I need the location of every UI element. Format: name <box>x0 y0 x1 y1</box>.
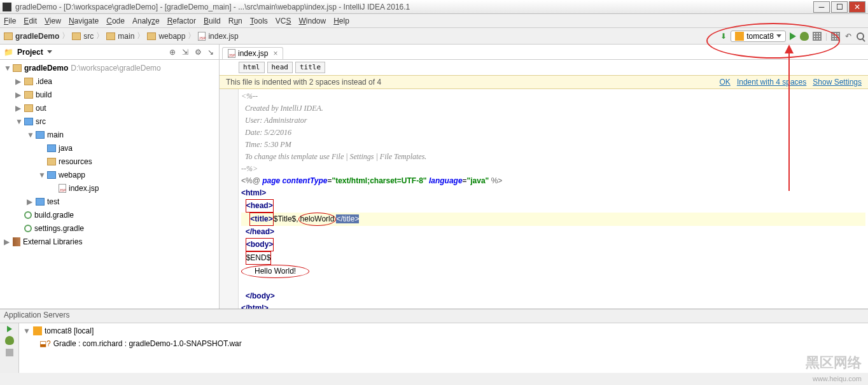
tree-label: gradleDemo <box>24 64 68 73</box>
library-icon <box>13 237 20 246</box>
hide-icon[interactable]: ↘ <box>206 48 215 57</box>
tree-label: src <box>36 117 46 126</box>
gradle-icon <box>24 225 32 232</box>
menu-run[interactable]: Run <box>228 17 242 25</box>
chevron-down-icon[interactable] <box>47 50 52 53</box>
project-header: 📁 Project ⊕ ⇲ ⚙ ↘ <box>0 45 219 60</box>
tree-item[interactable]: ▼main <box>0 128 219 141</box>
gear-icon[interactable]: ⚙ <box>193 48 202 57</box>
indent-warning: This file is indented with 2 spaces inst… <box>220 75 868 89</box>
menu-build[interactable]: Build <box>204 17 221 25</box>
structure-icon[interactable] <box>831 32 840 41</box>
artifact-node[interactable]: ⬓? Gradle : com.richard : gradleDemo-1.0… <box>20 337 867 350</box>
menu-bar: File Edit View Navigate Code Analyze Ref… <box>0 14 868 28</box>
tree-label: build.gradle <box>34 211 74 220</box>
tab-index-jsp[interactable]: index.jsp × <box>222 47 283 59</box>
menu-code[interactable]: Code <box>106 17 125 25</box>
breadcrumb-file[interactable]: index.jsp <box>198 32 238 41</box>
tree-item[interactable]: ▶test <box>0 195 219 208</box>
tree-item[interactable]: ▶External Libraries <box>0 235 219 248</box>
menu-refactor[interactable]: Refactor <box>167 17 196 25</box>
tree-item[interactable]: java <box>0 141 219 155</box>
folder-icon <box>72 32 81 40</box>
run-config-selector[interactable]: tomcat8 <box>731 31 786 42</box>
menu-vcs[interactable]: VCS <box>276 17 291 25</box>
menu-navigate[interactable]: Navigate <box>69 17 99 25</box>
project-tree[interactable]: ▼gradleDemo D:\workspace\gradleDemo▶.ide… <box>0 60 219 309</box>
menu-view[interactable]: View <box>45 17 61 25</box>
tree-item[interactable]: ▼src <box>0 115 219 128</box>
app-servers-tree[interactable]: ▼ tomcat8 [local] ⬓? Gradle : com.richar… <box>19 323 868 373</box>
project-panel: 📁 Project ⊕ ⇲ ⚙ ↘ ▼gradleDemo D:\workspa… <box>0 45 220 309</box>
nav-bar: gradleDemo 〉 src 〉 main 〉 webapp 〉 index… <box>0 28 868 45</box>
tree-label: main <box>47 130 64 139</box>
folder-icon <box>24 104 33 112</box>
run-server-icon[interactable] <box>7 326 12 332</box>
breadcrumb-webapp[interactable]: webapp <box>147 32 185 41</box>
tomcat-icon <box>735 32 744 41</box>
menu-window[interactable]: Window <box>298 17 326 25</box>
folder-icon <box>47 158 56 165</box>
tree-item[interactable]: index.jsp <box>0 181 219 195</box>
indent-show-settings[interactable]: Show Settings <box>813 78 862 87</box>
close-icon[interactable]: × <box>273 49 277 58</box>
app-servers-title[interactable]: Application Servers <box>0 309 868 323</box>
code-editor[interactable]: <%-- Created by IntelliJ IDEA. User: Adm… <box>220 89 868 309</box>
watermark-url: www.heiqu.com <box>813 375 862 382</box>
debug-server-icon[interactable] <box>5 336 14 345</box>
jsp-icon <box>59 184 66 193</box>
menu-tools[interactable]: Tools <box>250 17 268 25</box>
search-icon[interactable] <box>857 32 864 40</box>
minimize-button[interactable]: ─ <box>813 1 830 13</box>
source-folder-icon <box>24 118 33 125</box>
breadcrumb-main[interactable]: main <box>106 32 134 41</box>
stop-server-icon[interactable] <box>6 349 13 356</box>
tree-item[interactable]: ▶out <box>0 101 219 115</box>
close-button[interactable]: ✕ <box>849 1 865 13</box>
app-icon <box>3 3 11 11</box>
menu-file[interactable]: File <box>4 17 16 25</box>
tree-item[interactable]: ▼gradleDemo D:\workspace\gradleDemo <box>0 61 219 74</box>
breadcrumb-src[interactable]: src <box>72 32 94 41</box>
tree-item[interactable]: ▼webapp <box>0 168 219 181</box>
indent-msg: This file is indented with 2 spaces inst… <box>226 78 381 87</box>
scroll-from-icon[interactable]: ⊕ <box>168 48 177 57</box>
watermark: 黑区网络 <box>806 353 862 372</box>
make-icon[interactable]: ⬇ <box>720 32 727 41</box>
menu-help[interactable]: Help <box>333 17 349 25</box>
editor-panel: index.jsp × html head title This file is… <box>220 45 868 309</box>
jsp-icon <box>228 49 235 58</box>
folder-icon <box>13 64 22 72</box>
run-button[interactable] <box>790 32 796 40</box>
maximize-button[interactable]: ☐ <box>831 1 848 13</box>
indent-4spaces[interactable]: Indent with 4 spaces <box>737 78 806 87</box>
run-config-label: tomcat8 <box>746 32 774 41</box>
tree-item[interactable]: settings.gradle <box>0 221 219 235</box>
tree-item[interactable]: ▶.idea <box>0 74 219 88</box>
folder-icon <box>147 32 156 40</box>
jsp-icon <box>198 32 206 41</box>
tree-label: index.jsp <box>69 184 99 193</box>
gutter <box>220 89 239 309</box>
debug-button[interactable] <box>800 32 809 41</box>
collapse-icon[interactable]: ⇲ <box>181 48 190 57</box>
menu-edit[interactable]: Edit <box>24 17 37 25</box>
tree-item[interactable]: resources <box>0 155 219 168</box>
breadcrumb-root[interactable]: gradleDemo <box>4 32 59 41</box>
server-node[interactable]: ▼ tomcat8 [local] <box>20 325 867 337</box>
tree-label: webapp <box>59 171 85 179</box>
crumb-title[interactable]: title <box>295 62 325 73</box>
project-title[interactable]: Project <box>17 48 43 57</box>
indent-ok[interactable]: OK <box>720 78 731 87</box>
tree-label: test <box>47 197 59 206</box>
back-icon[interactable]: ↶ <box>844 32 853 41</box>
tree-item[interactable]: build.gradle <box>0 208 219 221</box>
coverage-button[interactable] <box>813 32 822 41</box>
crumb-head[interactable]: head <box>267 62 293 73</box>
tree-item[interactable]: ▶build <box>0 88 219 101</box>
menu-analyze[interactable]: Analyze <box>132 17 160 25</box>
tree-label: settings.gradle <box>34 224 84 233</box>
app-servers-toolbar <box>0 323 19 373</box>
app-servers-panel: Application Servers ▼ tomcat8 [local] ⬓?… <box>0 309 868 372</box>
crumb-html[interactable]: html <box>239 62 265 73</box>
